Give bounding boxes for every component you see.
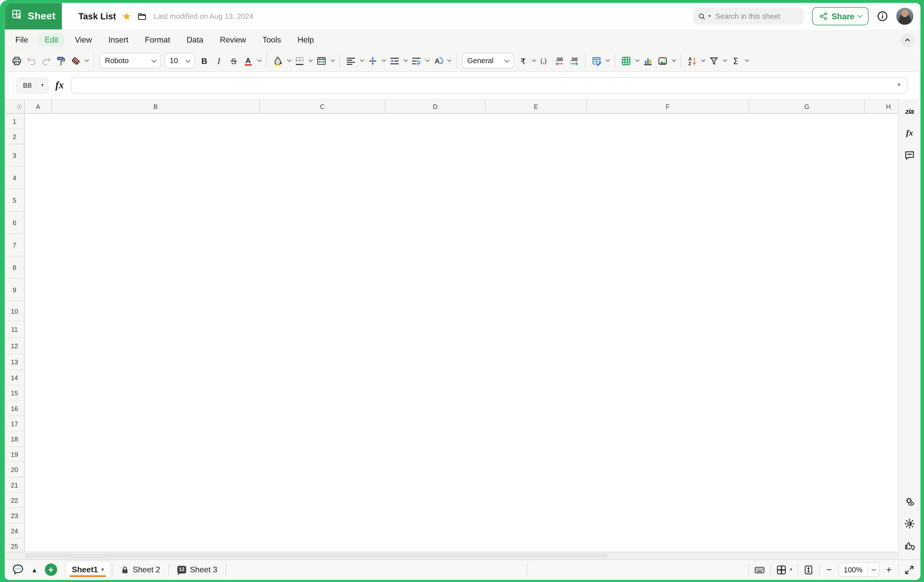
indent-button[interactable] <box>387 53 402 68</box>
comments-panel-button[interactable] <box>903 149 916 161</box>
column-header-C[interactable]: C <box>260 99 385 113</box>
formula-input[interactable]: ▼ <box>71 77 908 94</box>
row-header-25[interactable]: 25 <box>5 539 24 551</box>
row-header-23[interactable]: 23 <box>5 508 24 523</box>
collapse-toolbar-button[interactable] <box>900 33 914 47</box>
number-format-select[interactable]: General <box>462 53 514 68</box>
sheet-tab-sheet3[interactable]: 12Sheet 3 <box>171 561 224 578</box>
row-header-18[interactable]: 18 <box>5 432 24 447</box>
row-header-10[interactable]: 10 <box>5 301 24 321</box>
vertical-align-caret[interactable] <box>380 53 387 68</box>
wrap-text-caret[interactable] <box>424 53 431 68</box>
sort-button[interactable]: AZ <box>685 53 700 68</box>
zoom-level-select[interactable]: 100% <box>838 562 880 577</box>
sheet-tab-caret-icon[interactable]: ▾ <box>102 567 104 572</box>
info-button[interactable] <box>877 11 888 22</box>
fit-to-screen-button[interactable] <box>804 564 814 575</box>
vertical-align-button[interactable] <box>365 53 380 68</box>
row-header-19[interactable]: 19 <box>5 447 24 462</box>
currency-format-button[interactable]: ₹ <box>516 53 530 68</box>
row-header-14[interactable]: 14 <box>5 370 24 385</box>
split-view-button[interactable] <box>776 564 787 575</box>
cell-name-box[interactable]: B8 ▾ <box>16 78 48 93</box>
row-header-22[interactable]: 22 <box>5 493 24 508</box>
favorite-star-icon[interactable] <box>122 12 131 21</box>
insert-table-button[interactable] <box>619 53 634 68</box>
wrap-text-button[interactable] <box>409 53 424 68</box>
merge-cells-button[interactable] <box>314 53 329 68</box>
column-header-F[interactable]: F <box>587 99 749 113</box>
row-header-20[interactable]: 20 <box>5 462 24 477</box>
row-header-9[interactable]: 9 <box>5 279 24 301</box>
increase-decimal-button[interactable]: .00 <box>567 53 582 68</box>
row-header-7[interactable]: 7 <box>5 234 24 256</box>
select-all-corner[interactable] <box>5 99 25 113</box>
currency-format-caret[interactable] <box>530 53 538 68</box>
theme-button[interactable] <box>903 517 916 530</box>
indent-caret[interactable] <box>402 53 409 68</box>
column-header-E[interactable]: E <box>486 99 587 113</box>
borders-caret[interactable] <box>307 53 314 68</box>
decrease-decimal-button[interactable]: .00 <box>552 53 567 68</box>
view-settings-button[interactable] <box>903 496 916 508</box>
share-button[interactable]: Share <box>812 7 868 25</box>
formula-panel-button[interactable]: fx <box>903 127 916 140</box>
document-title[interactable]: Task List <box>78 11 116 21</box>
split-view-caret-icon[interactable]: ▾ <box>790 567 792 572</box>
insert-image-caret[interactable] <box>670 53 677 68</box>
row-header-1[interactable]: 1 <box>5 114 24 129</box>
filter-button[interactable] <box>706 53 721 68</box>
add-sheet-button[interactable]: + <box>45 564 57 576</box>
zoom-out-button[interactable]: − <box>825 565 833 574</box>
conditional-format-caret[interactable] <box>604 53 611 68</box>
keyboard-shortcuts-button[interactable] <box>754 564 765 575</box>
menu-item-data[interactable]: Data <box>181 33 209 46</box>
row-header-4[interactable]: 4 <box>5 167 24 189</box>
insert-table-caret[interactable] <box>634 53 641 68</box>
row-header-17[interactable]: 17 <box>5 416 24 431</box>
menu-item-review[interactable]: Review <box>214 33 252 46</box>
user-avatar[interactable] <box>896 8 913 25</box>
clear-formatting-button[interactable] <box>68 53 83 68</box>
row-header-16[interactable]: 16 <box>5 401 24 416</box>
search-scope-caret-icon[interactable]: ▾ <box>708 14 711 18</box>
row-header-12[interactable]: 12 <box>5 338 24 354</box>
column-header-H[interactable]: H <box>865 99 898 113</box>
text-rotation-button[interactable]: A <box>431 53 446 68</box>
feedback-button[interactable] <box>903 539 916 552</box>
fullscreen-button[interactable] <box>904 564 914 575</box>
zoom-in-button[interactable]: + <box>885 565 893 574</box>
merge-cells-caret[interactable] <box>329 53 336 68</box>
horizontal-align-button[interactable] <box>344 53 358 68</box>
spreadsheet-grid[interactable] <box>25 114 898 551</box>
column-header-D[interactable]: D <box>385 99 486 113</box>
format-painter-button[interactable] <box>54 53 68 68</box>
text-color-button[interactable]: A <box>241 53 256 68</box>
fill-color-button[interactable] <box>271 53 285 68</box>
italic-button[interactable]: I <box>211 53 226 68</box>
horizontal-scrollbar[interactable] <box>5 551 898 559</box>
zia-button[interactable]: zia <box>903 105 916 118</box>
row-header-11[interactable]: 11 <box>5 321 24 338</box>
menu-item-edit[interactable]: Edit <box>39 33 64 46</box>
sort-caret[interactable] <box>700 53 706 68</box>
column-header-A[interactable]: A <box>25 99 52 113</box>
row-header-24[interactable]: 24 <box>5 523 24 539</box>
menu-item-file[interactable]: File <box>10 33 34 46</box>
column-header-B[interactable]: B <box>52 99 260 113</box>
sheet-list-button[interactable]: ▲ <box>31 566 38 573</box>
row-header-5[interactable]: 5 <box>5 189 24 212</box>
row-header-3[interactable]: 3 <box>5 144 24 167</box>
clear-formatting-caret[interactable] <box>83 53 90 68</box>
sum-caret[interactable] <box>743 53 750 68</box>
app-logo[interactable]: Sheet <box>5 3 62 30</box>
horizontal-scrollbar-thumb[interactable] <box>25 553 608 558</box>
sheet-tab-sheet1[interactable]: Sheet1▾ <box>65 561 111 578</box>
column-header-G[interactable]: G <box>749 99 865 113</box>
comments-button[interactable] <box>12 564 24 576</box>
row-header-13[interactable]: 13 <box>5 354 24 370</box>
font-family-select[interactable]: Roboto <box>99 53 161 68</box>
print-button[interactable] <box>10 53 24 68</box>
borders-button[interactable] <box>292 53 307 68</box>
row-header-15[interactable]: 15 <box>5 385 24 401</box>
